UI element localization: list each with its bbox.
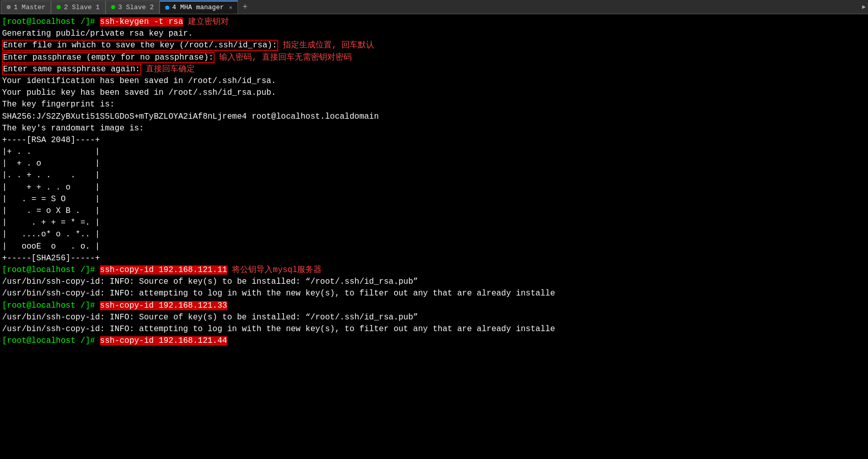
- prompt-2: [root@localhost /]#: [2, 265, 100, 275]
- tab-2-slave1[interactable]: 2 Slave 1: [51, 1, 105, 14]
- line-passphrase-again: Enter same passphrase again: 直接回车确定: [2, 64, 866, 75]
- cmd-copy-id-11: ssh-copy-id 192.168.121.11: [100, 265, 227, 275]
- tab-1-label: 1 Master: [14, 4, 45, 11]
- tab-4-dot: [165, 6, 169, 10]
- tab-4-mha[interactable]: 4 MHA manager ✕: [160, 1, 238, 14]
- line-info-attempt-33: /usr/bin/ssh-copy-id: INFO: attempting t…: [2, 323, 866, 335]
- annotation-passphrase: 输入密码, 直接回车无需密钥对密码: [215, 53, 352, 62]
- line-passphrase: Enter passphrase (empty for no passphras…: [2, 52, 866, 64]
- line-copy-id-44: [root@localhost /]# ssh-copy-id 192.168.…: [2, 335, 866, 347]
- line-copy-id-11: [root@localhost /]# ssh-copy-id 192.168.…: [2, 264, 866, 276]
- tab-3-label: 3 Slave 2: [118, 4, 154, 11]
- tab-scroll-button[interactable]: ▶: [860, 0, 868, 14]
- line-copy-id-33: [root@localhost /]# ssh-copy-id 192.168.…: [2, 300, 866, 312]
- line-enter-file: Enter file in which to save the key (/ro…: [2, 40, 866, 51]
- cmd-keygen: ssh-keygen -t rsa: [100, 17, 183, 26]
- line-info-source-33: /usr/bin/ssh-copy-id: INFO: Source of ke…: [2, 312, 866, 323]
- tab-3-dot: [111, 5, 115, 9]
- prompt-4: [root@localhost /]#: [2, 336, 100, 345]
- tab-2-label: 2 Slave 1: [64, 4, 99, 11]
- line-id-saved: Your identification has been saved in /r…: [2, 75, 866, 87]
- randomart-box: +----[RSA 2048]----+ |+ . . | | + . o | …: [2, 134, 866, 264]
- tab-1-master[interactable]: 1 Master: [1, 1, 51, 14]
- tab-2-dot: [57, 5, 61, 9]
- line-info-attempt-11: /usr/bin/ssh-copy-id: INFO: attempting t…: [2, 288, 866, 300]
- tab-3-slave2[interactable]: 3 Slave 2: [106, 1, 160, 14]
- box-passphrase-again: Enter same passphrase again:: [2, 64, 141, 75]
- prompt-3: [root@localhost /]#: [2, 301, 100, 310]
- annotation-passphrase-again: 直接回车确定: [141, 65, 195, 74]
- cmd-copy-id-33: ssh-copy-id 192.168.121.33: [100, 301, 227, 310]
- terminal: [root@localhost /]# ssh-keygen -t rsa 建立…: [0, 14, 868, 349]
- line-keygen: [root@localhost /]# ssh-keygen -t rsa 建立…: [2, 16, 866, 28]
- box-passphrase: Enter passphrase (empty for no passphras…: [2, 52, 215, 63]
- tab-1-dot: [7, 5, 11, 9]
- line-fingerprint-label: The key fingerprint is:: [2, 99, 866, 111]
- tab-4-label: 4 MHA manager: [172, 4, 224, 11]
- cmd-copy-id-44: ssh-copy-id 192.168.121.44: [100, 336, 227, 345]
- tab-4-close[interactable]: ✕: [229, 4, 232, 11]
- box-enter-file: Enter file in which to save the key (/ro…: [2, 40, 278, 51]
- line-pub-saved: Your public key has been saved in /root/…: [2, 87, 866, 99]
- line-generating: Generating public/private rsa key pair.: [2, 28, 866, 40]
- annotation-keygen: 建立密钥对: [183, 17, 229, 26]
- annotation-enter-file: 指定生成位置, 回车默认: [278, 41, 375, 50]
- line-info-source-11: /usr/bin/ssh-copy-id: INFO: Source of ke…: [2, 276, 866, 288]
- tab-add-button[interactable]: +: [239, 1, 251, 13]
- prompt-1: [root@localhost /]#: [2, 17, 100, 26]
- line-randomart-label: The key's randomart image is:: [2, 123, 866, 134]
- line-sha256: SHA256:J/S2ZyBXuti51S5LGDoS+mTyBZLOYA2iA…: [2, 111, 866, 123]
- annotation-copy-id-11: 将公钥导入mysql服务器: [227, 265, 322, 275]
- tab-bar: 1 Master 2 Slave 1 3 Slave 2 4 MHA manag…: [0, 0, 868, 14]
